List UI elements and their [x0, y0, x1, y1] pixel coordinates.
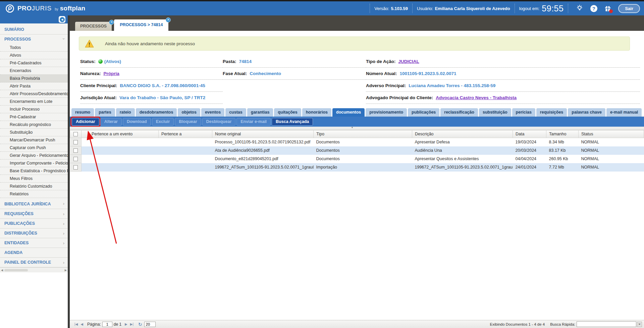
- subtab-resumo[interactable]: resumo: [71, 108, 94, 117]
- sidebar-item-todos[interactable]: Todos: [0, 44, 68, 52]
- subtab-palavras-chave[interactable]: palavras chave: [568, 108, 605, 117]
- subtab-rateio[interactable]: rateio: [116, 108, 135, 117]
- subtab-quitacoes[interactable]: quitações: [274, 108, 301, 117]
- subtab-objetos[interactable]: objetos: [178, 108, 200, 117]
- sidebar-section-agenda[interactable]: AGENDA: [0, 248, 68, 257]
- subtab-partes[interactable]: partes: [95, 108, 115, 117]
- sidebar-item-relatorios[interactable]: Relatórios: [0, 190, 68, 198]
- subtab-honorarios[interactable]: honorários: [302, 108, 331, 117]
- sidebar-item-abrir-pasta[interactable]: Abrir Pasta: [0, 82, 68, 90]
- sidebar-item-substituicao[interactable]: Substituição: [0, 129, 68, 136]
- pagination-last-button[interactable]: ▶|: [130, 322, 133, 326]
- page-number-input[interactable]: [102, 322, 112, 327]
- row-checkbox[interactable]: [73, 148, 78, 153]
- info-field-value[interactable]: JUDICIAL: [398, 59, 419, 64]
- sidebar-section-requisicoes[interactable]: REQUISIÇÕES›: [0, 209, 68, 218]
- subtab-publicacoes[interactable]: publicações: [408, 108, 439, 117]
- sidebar-item-marcar-desmarcar-push[interactable]: Marcar/Desmarcar Push: [0, 136, 68, 144]
- sidebar-item-recalculo-prognostico[interactable]: Recálculo prognóstico: [0, 121, 68, 129]
- column-header-tamanho[interactable]: Tamanho: [546, 130, 579, 138]
- sidebar-section-entidades[interactable]: ENTIDADES›: [0, 238, 68, 248]
- help-icon[interactable]: ?: [589, 4, 598, 13]
- filter-caret-icon[interactable]: ▾: [352, 126, 353, 129]
- subtab-garantias[interactable]: garantias: [247, 108, 273, 117]
- column-header-status[interactable]: Status: [579, 130, 644, 138]
- table-row[interactable]: Processo_1001105-91.2023.5.02.0071902513…: [70, 138, 644, 146]
- column-header-descricao[interactable]: Descrição: [412, 130, 513, 138]
- clear-search-icon[interactable]: ✕: [637, 322, 642, 327]
- subtab-provisionamento[interactable]: provisionamento: [366, 108, 407, 117]
- gift-icon[interactable]: [603, 4, 612, 13]
- sidebar-collapse-button[interactable]: ◀: [59, 16, 65, 23]
- info-field-value[interactable]: Advocacia Castro Neves - Trabalhista: [436, 95, 517, 100]
- subtab-e-mail-manual[interactable]: e-mail manual: [606, 108, 642, 117]
- subtab-pericias[interactable]: perícias: [512, 108, 535, 117]
- scroll-right-icon[interactable]: ▶: [65, 269, 67, 272]
- scroll-left-icon[interactable]: ◀: [1, 269, 3, 272]
- subtab-requisicoes[interactable]: requisições: [536, 108, 567, 117]
- sair-button[interactable]: Sair: [618, 4, 640, 13]
- pagination-first-button[interactable]: |◀: [74, 322, 78, 326]
- subtab-documentos[interactable]: documentos: [332, 108, 365, 117]
- tab-processos[interactable]: PROCESSOS✕: [75, 22, 112, 31]
- row-checkbox[interactable]: [73, 157, 78, 161]
- sidebar-section-publicacoes[interactable]: PUBLICAÇÕES›: [0, 218, 68, 228]
- sidebar-section-biblioteca-juridica[interactable]: BIBLIOTECA JURÍDICA›: [0, 198, 68, 209]
- sidebar-item-pre-cadastrar[interactable]: Pré-Cadastrar: [0, 113, 68, 121]
- close-icon[interactable]: ✕: [166, 17, 171, 22]
- sidebar-section-distribuicoes[interactable]: DISTRIBUIÇÕES›: [0, 228, 68, 238]
- sidebar-item-pre-cadastrados[interactable]: Pré-Cadastrados: [0, 59, 68, 67]
- cell-pertence_evento: [82, 146, 159, 155]
- sidebar-item-meus-filtros[interactable]: Meus Filtros: [0, 175, 68, 183]
- sidebar-item-capturar-com-push[interactable]: Capturar com Push: [0, 144, 68, 152]
- tab-processos-74814[interactable]: PROCESSOS > 74814✕: [114, 19, 168, 31]
- refresh-icon[interactable]: ↻: [138, 322, 142, 327]
- scrollbar-thumb[interactable]: [4, 269, 28, 271]
- pagination-next-button[interactable]: ▶: [125, 322, 127, 326]
- quick-search-input[interactable]: [577, 321, 636, 327]
- sidebar-item-abrir-processo-desdobramento[interactable]: Abrir Processo/Desdobramento: [0, 90, 68, 98]
- row-checkbox[interactable]: [73, 165, 78, 170]
- pagination-prev-button[interactable]: ◀: [80, 322, 83, 326]
- subtab-custas[interactable]: custas: [225, 108, 246, 117]
- busca-avancada-button[interactable]: Busca Avançada: [272, 118, 313, 126]
- subtab-desdobramentos[interactable]: desdobramentos: [136, 108, 177, 117]
- sidebar-section-painel-de-controle[interactable]: PAINEL DE CONTROLE›: [0, 257, 68, 267]
- table-row[interactable]: Documento_e821d289045201.pdfDocumentosAp…: [70, 155, 644, 163]
- subtab-eventos[interactable]: eventos: [201, 108, 224, 117]
- sidebar-item-baixa-provisoria[interactable]: Baixa Provisória: [0, 75, 68, 82]
- sidebar-item-encerramento-em-lote[interactable]: Encerramento em Lote: [0, 98, 68, 106]
- info-field-value[interactable]: Própria: [104, 71, 119, 76]
- row-checkbox[interactable]: [73, 140, 78, 144]
- cell-pertence_evento: [82, 155, 159, 163]
- sidebar-item-base-estatistica-prognostico-inteli[interactable]: Base Estatística - Prognóstico Inteli: [0, 167, 68, 175]
- column-header-tipo[interactable]: Tipo: [314, 130, 412, 138]
- sidebar-item-gerar-arquivo-peticionamento-ele[interactable]: Gerar Arquivo - Peticionamento Ele: [0, 152, 68, 159]
- subtab-reclassificacao[interactable]: reclassificação: [440, 108, 478, 117]
- column-header-pertence-a-um-evento[interactable]: Pertence a um evento: [82, 130, 159, 138]
- sidebar-item-ativos[interactable]: Ativos: [0, 52, 68, 59]
- cell-nome: Processo_1001105-91.2023.5.02.0071902513…: [212, 138, 314, 146]
- adicionar-button[interactable]: Adicionar: [72, 118, 99, 126]
- select-all-checkbox[interactable]: [73, 132, 78, 136]
- column-header-nome-original[interactable]: Nome original: [212, 130, 314, 138]
- lightbulb-icon[interactable]: [575, 4, 584, 13]
- sidebar-section-sumario[interactable]: SUMÁRIO: [0, 23, 68, 34]
- sidebar-item-encerrados[interactable]: Encerrados: [0, 67, 68, 75]
- sidebar-item-importar-comprovante-peticiona[interactable]: Importar Comprovante - Peticiona: [0, 159, 68, 167]
- tab-label: PROCESSOS > 74814: [120, 22, 163, 27]
- sidebar-section-processos[interactable]: PROCESSOS ›: [0, 34, 68, 44]
- sidebar-horizontal-scrollbar[interactable]: ◀ ▶: [0, 267, 68, 272]
- help-glyph: ?: [590, 5, 597, 12]
- sidebar-item-relatorio-customizado[interactable]: Relatório Customizado: [0, 183, 68, 190]
- warning-icon: [85, 40, 94, 48]
- close-icon[interactable]: ✕: [109, 20, 114, 25]
- subtab-substituicao[interactable]: substituição: [479, 108, 511, 117]
- column-header-pertence-a[interactable]: Pertence a: [159, 130, 212, 138]
- page-size-input[interactable]: [144, 322, 156, 327]
- row-select-cell: [70, 163, 82, 172]
- sidebar-item-incluir-processo[interactable]: Incluir Processo: [0, 106, 68, 113]
- column-header-data[interactable]: Data: [513, 130, 546, 138]
- table-row[interactable]: 199672_ATSum_1001105-91.2023.5.02.0071_1…: [70, 163, 644, 172]
- table-row[interactable]: Ata de Audiência9026655.pdfDocumentosAud…: [70, 146, 644, 155]
